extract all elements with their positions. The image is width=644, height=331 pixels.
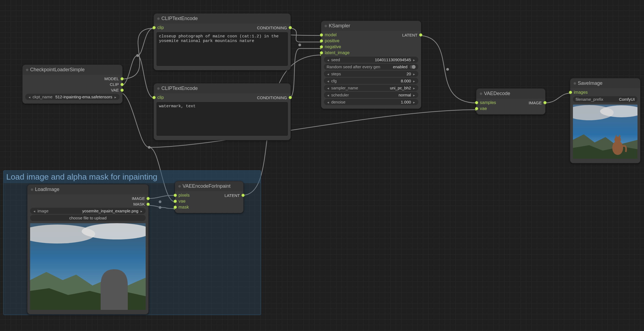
node-checkpoint-loader[interactable]: CheckpointLoaderSimple MODEL CLIP VAE ck… — [22, 64, 123, 104]
widget-scheduler[interactable]: schedulernormal — [324, 92, 418, 98]
widget-denoise[interactable]: denoise1.000 — [324, 99, 418, 105]
prompt-textarea[interactable]: closeup photograph of maine coon (cat:1.… — [157, 32, 288, 66]
input-vae[interactable]: vae — [480, 106, 487, 111]
input-mask[interactable]: mask — [178, 205, 189, 210]
output-image[interactable]: IMAGE — [132, 196, 145, 201]
widget-image[interactable]: imageyosemite_inpaint_example.png — [30, 208, 146, 214]
svg-point-1 — [148, 146, 151, 149]
svg-point-5 — [446, 68, 449, 71]
output-conditioning[interactable]: CONDITIONING — [257, 95, 287, 100]
output-image-preview — [573, 105, 637, 160]
upload-button[interactable]: choose file to upload — [30, 215, 146, 221]
input-model[interactable]: model — [324, 33, 337, 37]
output-latent[interactable]: LATENT — [225, 193, 240, 198]
input-pixels[interactable]: pixels — [178, 193, 190, 198]
node-title: SaveImage — [570, 78, 640, 88]
input-vae[interactable]: vae — [178, 199, 186, 204]
widget-sampler-name[interactable]: sampler_nameuni_pc_bh2 — [324, 85, 418, 91]
node-save-image[interactable]: SaveImage images filename_prefixComfyUI — [570, 78, 640, 163]
svg-point-34 — [614, 137, 621, 143]
output-mask[interactable]: MASK — [133, 202, 145, 206]
output-clip[interactable]: CLIP — [110, 82, 119, 87]
node-title: VAEDecode — [476, 89, 545, 99]
node-vae-encode-inpaint[interactable]: VAEEncodeForInpaint pixels LATENT vae ma… — [175, 181, 244, 213]
node-title: VAEEncodeForInpaint — [175, 181, 243, 191]
node-title: CLIPTextEncode — [154, 14, 291, 24]
input-negative[interactable]: negative — [324, 44, 341, 49]
widget-cfg[interactable]: cfg8.000 — [324, 78, 418, 84]
node-title: CLIPTextEncode — [154, 83, 291, 93]
node-vae-decode[interactable]: VAEDecode samples IMAGE vae — [476, 88, 546, 115]
node-title: LoadImage — [27, 184, 148, 194]
output-conditioning[interactable]: CONDITIONING — [257, 25, 287, 30]
input-clip[interactable]: clip — [157, 95, 164, 100]
input-image-preview — [30, 223, 146, 311]
input-clip[interactable]: clip — [157, 25, 164, 30]
node-title: CheckpointLoaderSimple — [23, 65, 122, 75]
node-ksampler[interactable]: KSampler model LATENT positive negative … — [321, 21, 421, 109]
widget-seed[interactable]: seed1040111309094545 — [324, 57, 418, 63]
node-load-image[interactable]: LoadImage IMAGE MASK imageyosemite_inpai… — [27, 184, 149, 314]
widget-random-seed-toggle[interactable]: Random seed after every genenabled — [324, 64, 418, 70]
input-images[interactable]: images — [573, 90, 588, 95]
input-positive[interactable]: positive — [324, 38, 339, 43]
node-cliptext-negative[interactable]: CLIPTextEncode clip CONDITIONING waterma… — [154, 83, 291, 140]
widget-filename-prefix[interactable]: filename_prefixComfyUI — [573, 96, 637, 102]
node-graph-canvas[interactable]: { "group": { "title": "Load image and al… — [0, 0, 644, 331]
node-title: KSampler — [321, 21, 421, 31]
output-latent[interactable]: LATENT — [402, 33, 418, 37]
input-samples[interactable]: samples — [480, 100, 496, 105]
output-model[interactable]: MODEL — [104, 76, 119, 81]
output-vae[interactable]: VAE — [111, 88, 119, 92]
input-latent-image[interactable]: latent_image — [324, 50, 350, 55]
widget-ckpt-name[interactable]: ckpt_name 512-inpainting-ema.safetensors — [25, 94, 120, 100]
output-image[interactable]: IMAGE — [529, 100, 542, 105]
svg-point-4 — [298, 44, 301, 46]
node-cliptext-positive[interactable]: CLIPTextEncode clip CONDITIONING closeup… — [154, 13, 291, 70]
widget-steps[interactable]: steps20 — [324, 71, 418, 77]
prompt-textarea[interactable]: watermark, text — [157, 102, 288, 136]
svg-point-0 — [136, 54, 139, 57]
